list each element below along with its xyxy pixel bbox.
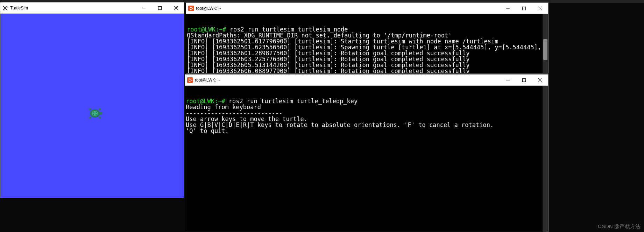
window-controls bbox=[500, 75, 548, 85]
window-controls bbox=[136, 2, 184, 13]
maximize-button[interactable] bbox=[516, 75, 532, 85]
svg-point-4 bbox=[89, 108, 91, 110]
terminal-top-window: root@LWK: ~ root@LWK:~# ros2 run turtles… bbox=[186, 2, 549, 73]
terminal-top-output[interactable]: root@LWK:~# ros2 run turtlesim turtlesim… bbox=[186, 14, 548, 73]
terminal-line: Use G|B|V|C|D|E|R|T keys to rotate to ab… bbox=[186, 122, 548, 128]
terminal-top-titlebar[interactable]: root@LWK: ~ bbox=[186, 3, 548, 14]
svg-point-12 bbox=[190, 9, 191, 10]
terminal-bottom-titlebar[interactable]: root@LWK: ~ bbox=[185, 75, 548, 86]
svg-point-10 bbox=[192, 8, 193, 8]
minimize-button[interactable] bbox=[500, 75, 516, 85]
terminal-bottom-title: root@LWK: ~ bbox=[195, 78, 500, 83]
scrollbar[interactable] bbox=[543, 14, 548, 73]
terminal-bottom-output[interactable]: root@LWK:~# ros2 run turtlesim turtle_te… bbox=[185, 86, 548, 232]
terminal-top-title: root@LWK: ~ bbox=[196, 6, 500, 11]
svg-rect-20 bbox=[523, 78, 526, 82]
svg-point-16 bbox=[191, 79, 192, 80]
svg-point-7 bbox=[99, 117, 101, 119]
svg-point-3 bbox=[92, 111, 98, 116]
svg-rect-14 bbox=[523, 7, 526, 10]
close-button[interactable] bbox=[532, 3, 548, 14]
scrollbar[interactable] bbox=[543, 86, 548, 232]
turtlesim-titlebar[interactable]: TurtleSim bbox=[0, 2, 184, 14]
watermark: CSDN @严就方法 bbox=[598, 223, 641, 230]
svg-point-15 bbox=[189, 79, 191, 81]
close-button[interactable] bbox=[532, 75, 548, 85]
x11-icon bbox=[2, 5, 8, 11]
turtle-sprite bbox=[86, 105, 104, 122]
svg-point-6 bbox=[89, 117, 91, 119]
terminal-line: 'Q' to quit. bbox=[186, 128, 548, 134]
svg-point-18 bbox=[189, 81, 190, 82]
turtlesim-canvas[interactable] bbox=[0, 14, 184, 198]
svg-point-8 bbox=[99, 112, 102, 115]
terminal-line: [INFO] [1693362606.088977900] [turtlesim… bbox=[187, 68, 548, 73]
terminal-bottom-window: root@LWK: ~ root@LWK:~# ros2 run turtles… bbox=[185, 74, 549, 232]
svg-point-9 bbox=[190, 7, 192, 9]
scroll-thumb[interactable] bbox=[543, 39, 547, 60]
close-button[interactable] bbox=[168, 2, 184, 13]
minimize-button[interactable] bbox=[136, 2, 152, 13]
svg-rect-1 bbox=[158, 6, 162, 9]
turtlesim-window: TurtleSim bbox=[0, 2, 184, 198]
turtlesim-title: TurtleSim bbox=[10, 6, 136, 10]
ubuntu-icon bbox=[187, 77, 193, 83]
minimize-button[interactable] bbox=[500, 3, 516, 14]
svg-point-11 bbox=[190, 7, 191, 7]
maximize-button[interactable] bbox=[152, 2, 168, 13]
window-controls bbox=[500, 3, 548, 14]
svg-point-17 bbox=[189, 78, 190, 79]
svg-point-5 bbox=[99, 108, 101, 110]
ubuntu-icon bbox=[188, 6, 194, 11]
maximize-button[interactable] bbox=[516, 3, 532, 14]
